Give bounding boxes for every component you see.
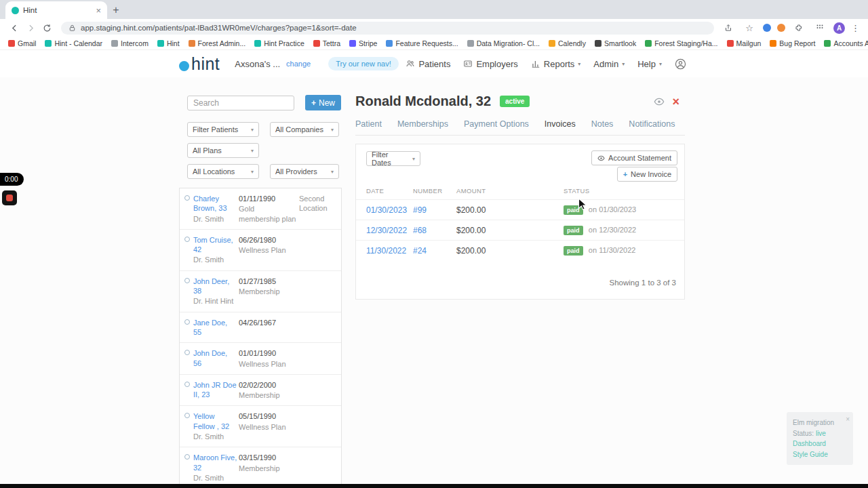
tab-memberships[interactable]: Memberships [397, 119, 448, 129]
patient-radio-icon[interactable] [184, 454, 190, 460]
bookmark-item[interactable]: Smartlook [595, 39, 636, 47]
style-guide-link[interactable]: Style Guide [793, 449, 847, 460]
patient-name-link[interactable]: John Doe, 56 [193, 349, 227, 367]
bookmark-item[interactable]: Forest Admin... [189, 39, 246, 47]
bookmark-item[interactable]: Hint Practice [254, 39, 304, 47]
toast-close-icon[interactable]: × [846, 414, 850, 425]
patient-filters: Filter Patients ▾ All Companies ▾ All Pl… [187, 122, 342, 179]
tab-close-icon[interactable]: × [96, 6, 101, 15]
tab-patient[interactable]: Patient [355, 119, 382, 129]
patient-name-link[interactable]: Tom Cruise, 42 [193, 236, 233, 253]
bookmark-star-icon[interactable]: ☆ [742, 20, 757, 35]
orange-extension-icon[interactable] [777, 24, 785, 32]
bookmark-label: Stripe [359, 39, 377, 47]
invoice-row[interactable]: 12/30/2022 #68 $200.00 paid on 12/30/202… [356, 220, 684, 241]
bookmark-item[interactable]: Calendly [549, 39, 586, 47]
nav-employers[interactable]: Employers [463, 59, 517, 69]
patient-radio-icon[interactable] [184, 350, 190, 355]
new-invoice-button[interactable]: + New Invoice [617, 167, 677, 182]
invoice-row[interactable]: 01/30/2023 #99 $200.00 paid on 01/30/202… [356, 200, 684, 220]
record-button[interactable] [2, 190, 17, 205]
invoice-date-link[interactable]: 01/30/2023 [366, 205, 407, 215]
try-new-nav-button[interactable]: Try our new nav! [328, 57, 399, 70]
nav-patients[interactable]: Patients [406, 59, 450, 69]
patient-location: Second Location [297, 194, 338, 224]
bookmark-item[interactable]: Intercom [111, 39, 149, 47]
browser-menu-icon[interactable]: ⋮ [851, 23, 860, 33]
bookmark-item[interactable]: Accounts At Risk... [824, 39, 868, 47]
patient-list-item[interactable]: John Deer, 38 Dr. Hint Hint 01/27/1985 M… [180, 271, 341, 312]
bookmark-favicon [349, 40, 356, 47]
patient-name-link[interactable]: Maroon Five, 32 [193, 453, 237, 471]
close-patient-icon[interactable]: × [672, 96, 679, 108]
bookmark-item[interactable]: Stripe [349, 39, 377, 47]
bookmark-item[interactable]: Hint [157, 39, 180, 47]
patient-radio-icon[interactable] [184, 195, 190, 201]
patient-radio-icon[interactable] [184, 382, 190, 387]
url-text[interactable]: app.staging.hint.com/patients/pat-lBad31… [81, 24, 357, 32]
invoice-number-link[interactable]: #24 [413, 246, 427, 256]
bookmark-item[interactable]: Gmail [8, 39, 36, 47]
patient-list-item[interactable]: Tom Cruise, 42 Dr. Smith 06/26/1980 Well… [180, 230, 341, 271]
nav-admin[interactable]: Admin ▾ [593, 59, 625, 69]
browser-tab[interactable]: Hint × [5, 1, 107, 19]
patient-radio-icon[interactable] [184, 319, 190, 325]
nav-reports[interactable]: Reports ▾ [531, 59, 581, 69]
blue-extension-icon[interactable] [763, 24, 771, 32]
tab-payment-options[interactable]: Payment Options [464, 119, 529, 129]
all-plans-select[interactable]: All Plans ▾ [187, 143, 259, 158]
search-input[interactable] [187, 96, 294, 110]
invoice-number-link[interactable]: #68 [413, 226, 427, 235]
tab-invoices[interactable]: Invoices [545, 119, 576, 129]
back-icon[interactable] [7, 20, 22, 35]
dashboard-link[interactable]: Dashboard [793, 439, 847, 449]
nav-help[interactable]: Help ▾ [637, 59, 662, 69]
patient-list-item[interactable]: Maroon Five, 32 Dr. Smith 03/15/1990 Mem… [180, 447, 341, 484]
all-providers-select[interactable]: All Providers ▾ [270, 164, 339, 179]
user-account-icon[interactable] [675, 58, 686, 70]
invoice-number-link[interactable]: #99 [413, 205, 427, 215]
patient-name-link[interactable]: Yellow Fellow , 32 [193, 412, 229, 430]
patient-radio-icon[interactable] [184, 237, 190, 242]
patient-name-link[interactable]: Jane Doe, 55 [193, 319, 227, 336]
bookmark-item[interactable]: Forest Staging/Ha... [645, 39, 717, 47]
account-statement-button[interactable]: Account Statement [591, 150, 677, 165]
all-companies-select[interactable]: All Companies ▾ [270, 122, 339, 137]
apps-grid-icon[interactable] [812, 20, 827, 35]
filter-patients-select[interactable]: Filter Patients ▾ [187, 122, 259, 137]
invoice-date-link[interactable]: 11/30/2022 [366, 246, 406, 256]
patient-list-item[interactable]: Charley Brown, 33 Dr. Smith 01/11/1990 G… [180, 188, 341, 230]
patient-name-link[interactable]: John JR Doe II, 23 [193, 381, 237, 399]
patient-list-item[interactable]: Yellow Fellow , 32 Dr. Smith 05/15/1990 … [180, 406, 341, 447]
patient-list-item[interactable]: John Doe, 56 01/01/1990 Wellness Plan [180, 343, 341, 375]
patient-name-link[interactable]: Charley Brown, 33 [193, 195, 227, 212]
extensions-puzzle-icon[interactable] [791, 20, 806, 35]
bookmark-item[interactable]: Mailgun [727, 39, 762, 47]
patient-name-link[interactable]: John Deer, 38 [193, 277, 229, 295]
eye-icon[interactable] [654, 96, 665, 107]
tab-notes[interactable]: Notes [591, 119, 614, 129]
patient-radio-icon[interactable] [184, 278, 190, 283]
bookmark-item[interactable]: Tettra [313, 39, 340, 47]
bookmark-item[interactable]: Bug Report [770, 39, 815, 47]
patient-radio-icon[interactable] [184, 413, 190, 418]
patient-list-item[interactable]: John JR Doe II, 23 02/02/2000 Membership [180, 375, 341, 407]
bookmark-item[interactable]: Data Migration- Cl... [467, 39, 540, 47]
hint-logo[interactable]: hint [179, 54, 220, 74]
filter-dates-select[interactable]: Filter Dates ▾ [366, 151, 420, 166]
bookmark-item[interactable]: Hint - Calendar [45, 39, 102, 47]
invoice-date-link[interactable]: 12/30/2022 [366, 226, 407, 235]
new-tab-icon[interactable]: + [107, 2, 125, 18]
reload-icon[interactable] [39, 20, 54, 35]
all-locations-select[interactable]: All Locations ▾ [187, 164, 259, 179]
invoice-row[interactable]: 11/30/2022 #24 $200.00 paid on 11/30/202… [356, 241, 684, 261]
url-bar[interactable]: app.staging.hint.com/patients/pat-lBad31… [61, 22, 714, 35]
share-icon[interactable] [721, 20, 736, 35]
change-practice-link[interactable]: change [286, 60, 311, 68]
new-patient-button[interactable]: + New [305, 95, 341, 110]
bookmark-item[interactable]: Feature Requests... [386, 39, 458, 47]
forward-icon[interactable] [23, 20, 38, 35]
patient-list-item[interactable]: Jane Doe, 55 04/26/1967 [180, 312, 341, 344]
browser-profile-avatar[interactable]: A [833, 22, 845, 34]
tab-notifications[interactable]: Notifications [629, 119, 675, 129]
